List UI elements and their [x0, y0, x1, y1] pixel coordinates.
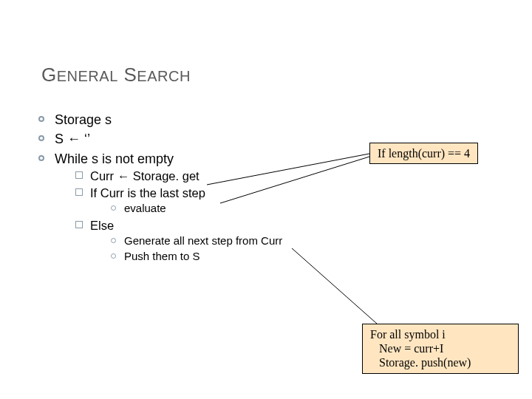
bullet-item: evaluate	[111, 201, 282, 216]
bullet-item: Generate all next step from Curr	[111, 233, 282, 248]
bullet-item: S ← ‘’	[38, 130, 282, 148]
connector-line	[292, 248, 377, 324]
slide-title: GENERAL SEARCH	[41, 64, 191, 86]
slide: GENERAL SEARCH Storage s S ← ‘’ While s …	[0, 0, 532, 399]
bullet-text: Storage s	[55, 112, 112, 127]
bullet-text: evaluate	[124, 202, 166, 214]
bullet-text: While s is not empty	[55, 151, 174, 166]
bullet-text: S ← ‘’	[55, 132, 90, 146]
bullet-item: Push them to S	[111, 249, 282, 264]
bullet-text: Push them to S	[124, 250, 200, 262]
callout-text: If length(curr) == 4	[378, 147, 470, 160]
callout-box: For all symbol i New = curr+I Storage. p…	[362, 324, 519, 374]
bullet-sublist: evaluate	[111, 201, 282, 216]
bullet-item: While s is not empty Curr ← Storage. get…	[38, 150, 282, 265]
bullet-item: Storage s	[38, 111, 282, 129]
bullet-text: Generate all next step from Curr	[124, 234, 282, 247]
bullet-item: Else Generate all next step from Curr Pu…	[75, 217, 282, 265]
slide-body: Storage s S ← ‘’ While s is not empty Cu…	[38, 111, 282, 265]
bullet-sublist: Curr ← Storage. get If Curr is the last …	[75, 168, 282, 265]
bullet-text: Curr ← Storage. get	[90, 169, 200, 183]
bullet-item: Curr ← Storage. get	[75, 168, 282, 184]
bullet-item: If Curr is the last step evaluate	[75, 185, 282, 216]
callout-box: If length(curr) == 4	[369, 143, 478, 164]
bullet-list: Storage s S ← ‘’ While s is not empty Cu…	[38, 111, 282, 264]
callout-text: For all symbol i New = curr+I Storage. p…	[370, 328, 471, 369]
bullet-text: Else	[90, 219, 114, 232]
bullet-text: If Curr is the last step	[90, 186, 205, 200]
bullet-sublist: Generate all next step from Curr Push th…	[111, 233, 282, 265]
